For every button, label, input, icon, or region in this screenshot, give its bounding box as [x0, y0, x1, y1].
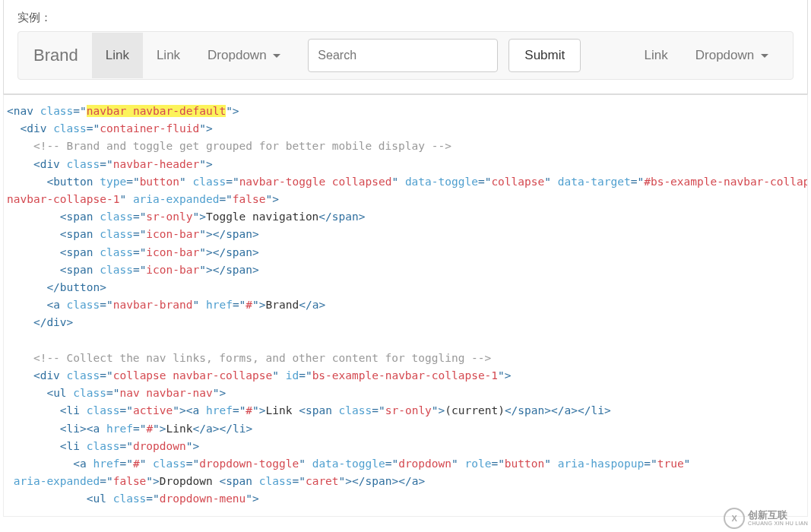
submit-button[interactable]: Submit — [508, 39, 581, 72]
example-panel: 实例： Brand Link Link Dropdown Submit Link… — [3, 0, 808, 94]
caret-down-icon — [273, 54, 280, 58]
navbar-right: Link Dropdown — [631, 33, 782, 78]
nav-link-right[interactable]: Link — [631, 33, 682, 78]
nav-dropdown-left[interactable]: Dropdown — [194, 33, 294, 78]
search-input[interactable] — [308, 39, 498, 72]
watermark-line1: 创新互联 — [748, 510, 808, 521]
code-block: <nav class="navbar navbar-default"> <div… — [3, 94, 808, 517]
watermark-logo-icon: X — [724, 508, 745, 529]
example-label: 实例： — [4, 0, 807, 31]
nav-dropdown-right-label: Dropdown — [695, 48, 755, 62]
caret-down-icon — [761, 54, 768, 58]
nav-dropdown-right[interactable]: Dropdown — [682, 33, 782, 78]
watermark-line2: CHUANG XIN HU LIAN — [748, 521, 808, 527]
navbar-container: Brand Link Link Dropdown Submit Link Dro… — [4, 31, 807, 93]
navbar: Brand Link Link Dropdown Submit Link Dro… — [17, 31, 794, 80]
nav-dropdown-left-label: Dropdown — [208, 48, 267, 62]
nav-link-2[interactable]: Link — [143, 33, 194, 78]
watermark: X 创新互联 CHUANG XIN HU LIAN — [724, 508, 808, 529]
brand[interactable]: Brand — [29, 46, 92, 65]
highlighted-class: navbar navbar-default — [87, 105, 226, 117]
nav-link-1-active[interactable]: Link — [92, 33, 143, 78]
